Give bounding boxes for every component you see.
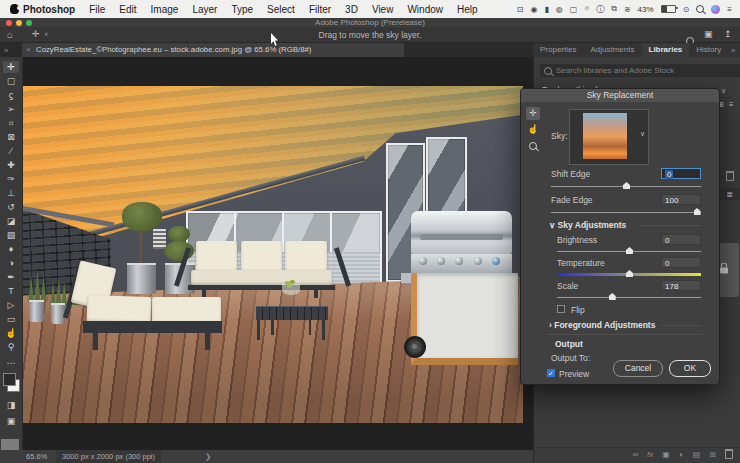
- sky-preset-thumbnail[interactable]: [583, 113, 627, 159]
- move-tool[interactable]: ✛: [3, 61, 19, 73]
- path-selection-tool[interactable]: ▷: [3, 299, 19, 311]
- tab-properties[interactable]: Properties: [533, 43, 583, 57]
- workspace-icon[interactable]: ▣: [704, 30, 713, 39]
- menu-3d[interactable]: 3D: [345, 4, 358, 15]
- pen-tool[interactable]: ✒: [3, 271, 19, 283]
- shift-edge-input[interactable]: 0: [661, 168, 701, 179]
- foreground-adjustments-header[interactable]: › Foreground Adjustments: [549, 320, 655, 330]
- delete-layer-icon[interactable]: [725, 449, 733, 459]
- display-icon[interactable]: ▮: [544, 5, 548, 14]
- screen-record-icon[interactable]: ⊡: [517, 5, 524, 14]
- foreground-color-swatch[interactable]: [3, 373, 16, 386]
- flip-checkbox[interactable]: [557, 305, 565, 313]
- clock-icon[interactable]: ⊙: [683, 5, 690, 14]
- apple-menu-icon[interactable]: [10, 4, 19, 14]
- healing-brush-tool[interactable]: ✚: [3, 159, 19, 171]
- scale-input[interactable]: 178: [661, 280, 701, 291]
- eraser-tool[interactable]: ◪: [3, 215, 19, 227]
- menu-view[interactable]: View: [372, 4, 394, 15]
- dialog-title[interactable]: Sky Replacement: [521, 89, 719, 102]
- sky-adjustments-header[interactable]: ∨ Sky Adjustments: [549, 220, 626, 230]
- close-tab-icon[interactable]: ×: [26, 43, 31, 57]
- trash-icon[interactable]: [726, 171, 734, 181]
- dialog-zoom-tool[interactable]: [526, 139, 540, 152]
- group-icon[interactable]: ▤: [693, 450, 701, 459]
- brightness-input[interactable]: 0: [661, 234, 701, 245]
- window-icon[interactable]: ▢: [570, 5, 578, 14]
- menu-photoshop[interactable]: Photoshop: [23, 4, 75, 15]
- slider-knob[interactable]: [623, 182, 630, 189]
- siri-icon[interactable]: [711, 5, 720, 14]
- status-chevron-icon[interactable]: ❯: [205, 450, 211, 463]
- quick-mask-icon[interactable]: ◨: [3, 399, 19, 411]
- cancel-button[interactable]: Cancel: [613, 360, 663, 377]
- frame-tool[interactable]: ⊠: [3, 131, 19, 143]
- shape-tool[interactable]: ▭: [3, 313, 19, 325]
- fade-edge-slider[interactable]: [551, 212, 701, 213]
- menu-edit[interactable]: Edit: [119, 4, 136, 15]
- brightness-slider[interactable]: [557, 251, 701, 252]
- toolbar-collapse-icon[interactable]: »: [4, 46, 8, 55]
- slider-knob[interactable]: [626, 270, 633, 277]
- hand-tool[interactable]: ☝: [3, 327, 19, 339]
- menu-file[interactable]: File: [89, 4, 105, 15]
- panel-overflow-icon[interactable]: »: [731, 46, 735, 55]
- temperature-slider[interactable]: [557, 273, 701, 276]
- tab-libraries[interactable]: Libraries: [642, 43, 690, 57]
- tab-adjustments[interactable]: Adjustments: [583, 43, 641, 57]
- zoom-tool[interactable]: ⚲: [3, 341, 19, 353]
- object-selection-tool[interactable]: ➢: [3, 103, 19, 115]
- document-tab[interactable]: × CozyRealEstate_©Photographee.eu – stoc…: [22, 43, 404, 57]
- fx-icon[interactable]: fx: [647, 450, 653, 459]
- crop-tool[interactable]: ⌗: [3, 117, 19, 129]
- eyedropper-tool[interactable]: ∕: [3, 145, 19, 157]
- share-icon[interactable]: ↥: [724, 30, 732, 39]
- sky-preset-well[interactable]: ∨: [569, 109, 649, 165]
- screen-mode-icon[interactable]: ▣: [3, 415, 19, 427]
- preview-checkbox[interactable]: ✓: [547, 369, 555, 377]
- menu-filter[interactable]: Filter: [309, 4, 331, 15]
- type-tool[interactable]: T: [3, 285, 19, 297]
- menu-image[interactable]: Image: [151, 4, 179, 15]
- dialog-move-tool[interactable]: ✛: [526, 107, 540, 120]
- slider-knob[interactable]: [626, 247, 633, 254]
- dodge-tool[interactable]: ◑: [3, 257, 19, 269]
- slider-knob[interactable]: [609, 293, 616, 300]
- blur-tool[interactable]: ♦: [3, 243, 19, 255]
- brush-tool[interactable]: ✑: [3, 173, 19, 185]
- spotlight-icon[interactable]: [696, 5, 704, 13]
- shift-edge-slider[interactable]: [551, 186, 701, 187]
- menu-help[interactable]: Help: [457, 4, 478, 15]
- new-layer-icon[interactable]: ⊞: [709, 450, 716, 459]
- libraries-search-input[interactable]: Search libraries and Adobe Stock: [540, 64, 740, 77]
- more-tools-icon[interactable]: ⋯: [3, 357, 19, 369]
- fade-edge-input[interactable]: 100: [661, 194, 701, 205]
- wifi-icon[interactable]: ≋: [624, 5, 631, 14]
- link-icon[interactable]: ∞: [632, 450, 638, 459]
- panel-menu-icon[interactable]: ≣: [726, 190, 733, 199]
- mask-icon[interactable]: ▣: [662, 450, 670, 459]
- scale-slider[interactable]: [557, 297, 701, 298]
- lasso-tool[interactable]: ϛ: [3, 89, 19, 101]
- airplay-icon[interactable]: ⧉: [611, 4, 617, 14]
- notification-center-icon[interactable]: ≡: [727, 5, 732, 14]
- dialog-hand-tool[interactable]: ☝: [526, 123, 540, 136]
- menu-type[interactable]: Type: [231, 4, 253, 15]
- list-view-icon[interactable]: ≡: [729, 100, 734, 109]
- gradient-tool[interactable]: ▧: [3, 229, 19, 241]
- marquee-tool[interactable]: ▢: [3, 75, 19, 87]
- menu-layer[interactable]: Layer: [192, 4, 217, 15]
- temperature-input[interactable]: 0: [661, 257, 701, 268]
- chevron-down-icon[interactable]: ∨: [640, 130, 645, 138]
- camera-icon[interactable]: ◉: [530, 5, 537, 14]
- history-brush-tool[interactable]: ↺: [3, 201, 19, 213]
- zoom-level[interactable]: 65.6%: [26, 450, 47, 463]
- adjustment-icon[interactable]: ◐: [679, 450, 684, 459]
- menu-select[interactable]: Select: [267, 4, 295, 15]
- clone-stamp-tool[interactable]: ⊥: [3, 187, 19, 199]
- slider-knob[interactable]: [694, 208, 701, 215]
- keychain-icon[interactable]: ⌾: [584, 4, 589, 14]
- ok-button[interactable]: OK: [669, 360, 711, 377]
- eye-icon[interactable]: ◍: [556, 5, 563, 14]
- tab-history[interactable]: History: [689, 43, 728, 57]
